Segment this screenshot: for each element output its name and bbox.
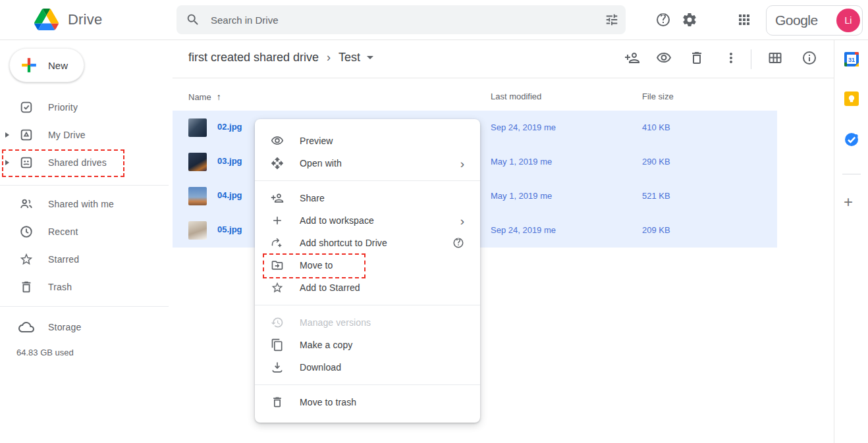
sidebar-label: Recent [48, 226, 78, 237]
cloud-storage-icon [18, 319, 34, 335]
file-thumbnail [188, 221, 207, 240]
menu-item-move-to[interactable]: Move to [255, 254, 480, 276]
sidebar-item-storage[interactable]: Storage [0, 313, 169, 341]
file-name: 03.jpg [217, 156, 242, 166]
google-tasks-icon[interactable] [843, 131, 860, 148]
content-toolbar: first created shared drive › Test [173, 40, 834, 78]
recent-clock-icon [18, 224, 34, 240]
drive-logo[interactable]: Drive [34, 9, 102, 30]
new-plus-icon [20, 57, 38, 74]
menu-item-move-to-trash[interactable]: Move to trash [255, 391, 480, 413]
column-header-file-size[interactable]: File size [642, 91, 674, 101]
my-drive-icon [18, 127, 34, 143]
download-icon [271, 361, 284, 374]
new-button-label: New [48, 60, 68, 71]
help-circle-icon[interactable] [452, 237, 464, 249]
new-button[interactable]: New [9, 48, 84, 82]
expand-arrow-icon[interactable] [5, 132, 9, 138]
breadcrumb-dropdown-icon[interactable] [367, 56, 373, 59]
menu-item-add-to-workspace[interactable]: Add to workspace › [255, 209, 480, 232]
search-bar[interactable]: Search in Drive [176, 5, 626, 34]
column-header-last-modified[interactable]: Last modified [491, 91, 541, 101]
left-sidebar: New Priority My Drive Sha [0, 40, 169, 443]
share-person-add-icon [271, 192, 284, 205]
panel-divider [842, 174, 861, 174]
sidebar-label: Storage [48, 322, 81, 332]
expand-arrow-icon[interactable] [5, 160, 9, 165]
help-icon[interactable] [655, 12, 671, 28]
breadcrumb-separator: › [327, 51, 331, 65]
sidebar-divider [0, 306, 169, 307]
trash-icon [271, 396, 284, 409]
menu-item-share[interactable]: Share [255, 187, 480, 209]
right-side-panel: 31 + [834, 40, 868, 443]
sidebar-item-shared-drives[interactable]: Shared drives [0, 149, 169, 176]
menu-item-make-a-copy[interactable]: Make a copy [255, 334, 480, 356]
toolbar-divider [751, 49, 751, 69]
sidebar-item-recent[interactable]: Recent [0, 218, 169, 246]
file-name: 02.jpg [217, 122, 242, 132]
open-with-icon [271, 157, 284, 170]
plus-icon [271, 214, 284, 227]
file-list-header: Name ↑ Last modified File size [173, 87, 777, 107]
grid-view-icon[interactable] [767, 50, 783, 66]
google-account-box[interactable]: Google Li [766, 5, 863, 36]
sidebar-item-shared-with-me[interactable]: Shared with me [0, 190, 169, 218]
account-avatar[interactable]: Li [836, 9, 860, 32]
sidebar-item-trash[interactable]: Trash [0, 273, 169, 301]
apps-grid-icon[interactable] [736, 12, 752, 28]
more-options-icon[interactable] [723, 50, 739, 66]
column-header-name[interactable]: Name ↑ [188, 91, 221, 102]
file-size: 290 KB [642, 157, 670, 167]
file-thumbnail [188, 187, 207, 205]
info-icon[interactable] [801, 50, 817, 66]
file-thumbnail [188, 153, 207, 171]
google-keep-icon[interactable] [843, 90, 860, 107]
file-size: 521 KB [642, 191, 670, 201]
storage-used-text: 64.83 GB used [16, 348, 74, 357]
sidebar-label: Shared with me [48, 199, 114, 209]
sidebar-label: Starred [48, 254, 79, 265]
submenu-arrow-icon: › [460, 157, 464, 170]
shared-with-me-icon [18, 196, 34, 212]
preview-eye-icon[interactable] [656, 50, 672, 66]
menu-item-add-to-starred[interactable]: Add to Starred [255, 276, 480, 299]
breadcrumb: first created shared drive › Test [188, 51, 373, 65]
sort-ascending-icon[interactable]: ↑ [217, 91, 221, 102]
share-person-add-icon[interactable] [624, 50, 640, 66]
menu-item-add-shortcut-to-drive[interactable]: Add shortcut to Drive [255, 232, 480, 254]
file-size: 209 KB [642, 225, 670, 235]
context-menu: Preview Open with › Share Ad [255, 119, 480, 423]
star-icon [271, 281, 284, 294]
search-input[interactable]: Search in Drive [211, 14, 605, 26]
file-thumbnail [188, 118, 207, 137]
settings-gear-icon[interactable] [682, 12, 697, 28]
sidebar-item-my-drive[interactable]: My Drive [0, 121, 169, 149]
copy-icon [271, 338, 284, 352]
google-logotype: Google [775, 13, 836, 28]
add-shortcut-icon [271, 236, 284, 249]
priority-icon [18, 99, 34, 115]
file-modified: May 1, 2019 me [491, 191, 552, 201]
add-panel-app-icon[interactable]: + [844, 193, 853, 211]
preview-eye-icon [271, 134, 284, 147]
breadcrumb-current[interactable]: Test [339, 51, 360, 65]
file-name: 04.jpg [217, 190, 242, 200]
sidebar-label: Trash [48, 282, 72, 292]
breadcrumb-root[interactable]: first created shared drive [188, 51, 319, 65]
search-options-icon[interactable] [605, 13, 619, 27]
toolbar-trash-icon[interactable] [689, 50, 705, 66]
sidebar-label: My Drive [48, 130, 86, 140]
sidebar-divider [0, 185, 169, 186]
menu-item-download[interactable]: Download [255, 356, 480, 378]
google-drive-window: Drive Search in Drive Google Li [0, 0, 868, 443]
menu-item-open-with[interactable]: Open with › [255, 152, 480, 174]
file-modified: Sep 24, 2019 me [491, 122, 556, 132]
file-modified: May 1, 2019 me [491, 157, 552, 167]
file-name: 05.jpg [217, 224, 242, 234]
drive-triangle-icon [34, 9, 59, 30]
sidebar-item-priority[interactable]: Priority [0, 93, 169, 121]
google-calendar-icon[interactable]: 31 [843, 51, 860, 68]
sidebar-item-starred[interactable]: Starred [0, 246, 169, 273]
menu-item-preview[interactable]: Preview [255, 130, 480, 152]
